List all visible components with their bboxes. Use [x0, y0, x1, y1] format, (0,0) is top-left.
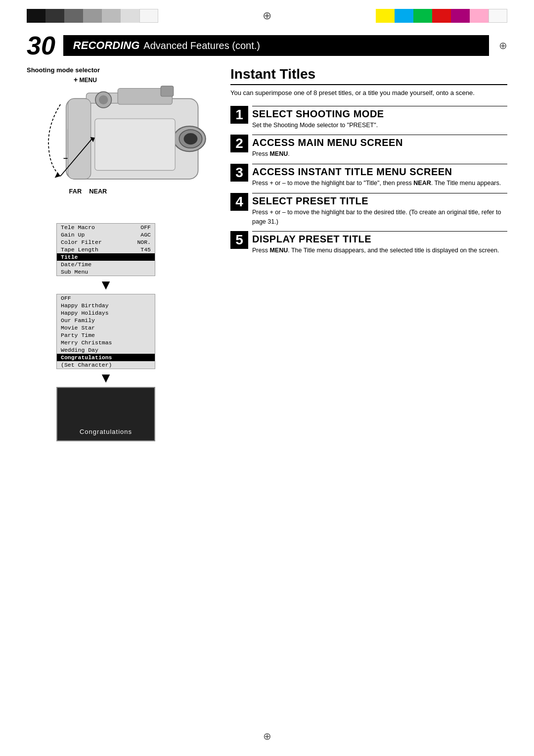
- menu-box: Tele Macro OFF Gain Up AGC Color Filter …: [56, 223, 155, 276]
- menu-item-label: Title: [61, 254, 78, 260]
- svg-rect-11: [68, 98, 90, 179]
- menu-item-label: Tele Macro: [61, 224, 95, 231]
- step-5-content: DISPLAY PRESET TITLE Press MENU. The Tit…: [252, 231, 507, 255]
- menu-item-title: Title: [57, 253, 155, 261]
- menu-item-tape-length: Tape Length T45: [57, 246, 155, 253]
- title-option-happy-holidays: Happy Holidays: [57, 309, 155, 317]
- title-option-off: OFF: [57, 294, 155, 302]
- swatch-dark-gray: [45, 9, 64, 23]
- step-5: 5 DISPLAY PRESET TITLE Press MENU. The T…: [230, 231, 507, 255]
- step-5-number: 5: [230, 231, 248, 249]
- title-option-our-family: Our Family: [57, 317, 155, 324]
- step-3-content: ACCESS INSTANT TITLE MENU SCREEN Press +…: [252, 164, 507, 188]
- step-1-number: 1: [230, 106, 248, 124]
- color-swatches-right: [376, 9, 507, 23]
- title-option-movie-star: Movie Star: [57, 324, 155, 331]
- swatch-light-gray: [83, 9, 102, 23]
- menu-item-label: Color Filter: [61, 239, 102, 245]
- step-5-heading: DISPLAY PRESET TITLE: [252, 233, 507, 245]
- menu-item-gain-up: Gain Up AGC: [57, 231, 155, 238]
- arrow-down-2: ▼: [56, 370, 155, 386]
- right-column: Instant Titles You can superimpose one o…: [230, 66, 507, 441]
- swatch-yellow: [376, 9, 395, 23]
- svg-rect-7: [161, 86, 174, 96]
- camera-diagram: + MENU: [27, 76, 215, 219]
- svg-text:NEAR: NEAR: [89, 188, 107, 195]
- viewfinder-box: Congratulations: [56, 387, 155, 441]
- swatch-green: [413, 9, 432, 23]
- menu-item-value: OFF: [140, 224, 151, 231]
- svg-point-5: [184, 133, 198, 144]
- step-5-desc: Press MENU. The Title menu disappears, a…: [252, 246, 507, 255]
- swatch-red: [432, 9, 451, 23]
- bottom-crosshair-icon: ⊕: [263, 730, 271, 742]
- step-3: 3 ACCESS INSTANT TITLE MENU SCREEN Press…: [230, 164, 507, 188]
- title-option-merry-christmas: Merry Christmas: [57, 339, 155, 346]
- step-4-heading: SELECT PRESET TITLE: [252, 195, 507, 207]
- page-title-recording: RECORDING: [73, 39, 139, 52]
- step-3-heading: ACCESS INSTANT TITLE MENU SCREEN: [252, 166, 507, 178]
- swatch-cyan: [395, 9, 413, 23]
- step-3-bold-near: NEAR: [413, 180, 431, 187]
- svg-text:FAR: FAR: [69, 188, 82, 195]
- title-option-set-character: (Set Character): [57, 361, 155, 369]
- step-4-number: 4: [230, 193, 248, 211]
- svg-marker-0: [55, 172, 61, 178]
- swatch-pink: [470, 9, 489, 23]
- menu-item-datetime: Date/Time: [57, 261, 155, 268]
- step-5-bold-menu: MENU: [269, 247, 288, 254]
- color-swatches-left: [27, 9, 158, 23]
- menu-item-label: Gain Up: [61, 232, 85, 238]
- plus-menu-label: + MENU: [74, 76, 97, 84]
- swatch-black: [27, 9, 45, 23]
- svg-text:–: –: [63, 153, 68, 162]
- shooting-mode-label: Shooting mode selector: [27, 66, 215, 74]
- title-options-box: OFF Happy Birthday Happy Holidays Our Fa…: [56, 294, 155, 369]
- section-intro: You can superimpose one of 8 preset titl…: [230, 88, 507, 98]
- camera-svg: FAR NEAR –: [27, 76, 215, 219]
- swatch-near-white: [121, 9, 139, 23]
- step-1-heading: SELECT SHOOTING MODE: [252, 108, 507, 120]
- step-4-content: SELECT PRESET TITLE Press + or – to move…: [252, 193, 507, 227]
- page-title-rest: Advanced Features (cont.): [143, 40, 260, 51]
- step-1-desc: Set the Shooting Mode selector to "PRESE…: [252, 121, 507, 130]
- step-2-bold-menu: MENU: [269, 150, 288, 157]
- menu-item-value: AGC: [140, 232, 151, 238]
- step-2-desc: Press MENU.: [252, 149, 507, 159]
- left-column: Shooting mode selector + MENU: [27, 66, 215, 441]
- page-number: 30: [27, 33, 55, 58]
- svg-rect-12: [95, 119, 175, 170]
- step-4-desc: Press + or – to move the highlight bar t…: [252, 208, 507, 227]
- step-1: 1 SELECT SHOOTING MODE Set the Shooting …: [230, 106, 507, 130]
- swatch-lighter-gray: [102, 9, 121, 23]
- step-3-number: 3: [230, 164, 248, 182]
- step-1-content: SELECT SHOOTING MODE Set the Shooting Mo…: [252, 106, 507, 130]
- menu-item-value: T45: [140, 246, 151, 253]
- menu-item-label: Tape Length: [61, 246, 98, 253]
- top-color-bar: ⊕: [0, 0, 534, 23]
- swatch-white2: [489, 9, 507, 23]
- menu-item-color-filter: Color Filter NOR.: [57, 238, 155, 246]
- title-option-wedding-day: Wedding Day: [57, 346, 155, 354]
- svg-point-9: [99, 95, 108, 104]
- viewfinder-text: Congratulations: [80, 428, 132, 435]
- top-crosshair-icon: ⊕: [263, 9, 271, 22]
- menu-item-label: Date/Time: [61, 261, 91, 268]
- title-option-party-time: Party Time: [57, 331, 155, 339]
- arrow-down-1: ▼: [56, 277, 155, 293]
- swatch-mid-gray: [64, 9, 83, 23]
- main-content: Shooting mode selector + MENU: [0, 66, 534, 441]
- title-option-happy-birthday: Happy Birthday: [57, 302, 155, 309]
- page-header: 30 RECORDING Advanced Features (cont.) ⊕: [0, 28, 534, 58]
- menu-item-label: Sub Menu: [61, 269, 88, 275]
- menu-item-sub-menu: Sub Menu: [57, 268, 155, 276]
- menu-item-tele-macro: Tele Macro OFF: [57, 224, 155, 231]
- swatch-white: [139, 9, 158, 23]
- swatch-magenta: [451, 9, 470, 23]
- page-title-bar: RECORDING Advanced Features (cont.): [63, 35, 489, 56]
- title-option-congratulations: Congratulations: [57, 354, 155, 361]
- step-2-heading: ACCESS MAIN MENU SCREEN: [252, 137, 507, 148]
- step-2: 2 ACCESS MAIN MENU SCREEN Press MENU.: [230, 135, 507, 159]
- right-crosshair-icon: ⊕: [499, 40, 507, 51]
- step-3-desc: Press + or – to move the highlight bar t…: [252, 179, 507, 188]
